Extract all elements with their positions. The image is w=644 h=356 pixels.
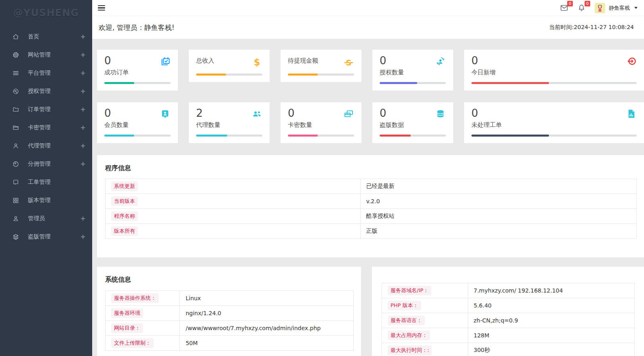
stat-label: 今日新增 — [471, 68, 637, 77]
stat-card-pirated-data: 0 盗版数据 — [372, 102, 453, 143]
sidebar-item-platform[interactable]: 平台管理 + — [0, 64, 92, 82]
sidebar-item-website[interactable]: 网站管理 + — [0, 46, 92, 64]
server-info-panel: 服务器域名/IP： 7.myhxzy.com/ 192.168.12.104 P… — [372, 267, 644, 356]
field-value: 128M — [468, 328, 635, 343]
sidebar-item-home[interactable]: 首页 + — [0, 27, 92, 46]
mail-button[interactable]: 0 — [560, 4, 568, 12]
sidebar-item-label: 代理管理 — [28, 142, 80, 150]
expand-plus-icon: + — [80, 142, 86, 150]
sidebar-item-label: 订单管理 — [28, 106, 80, 113]
sidebar-item-agents[interactable]: 代理管理 + — [0, 137, 92, 155]
stat-value: 0 — [104, 55, 111, 67]
field-value: v.2.0 — [360, 194, 636, 209]
folder-icon — [12, 124, 19, 131]
table-row: 当前版本 v.2.0 — [106, 194, 637, 209]
home-icon — [12, 33, 19, 40]
sidebar-item-card-keys[interactable]: 卡密管理 + — [0, 118, 92, 137]
field-value: 5.6.40 — [468, 298, 635, 313]
progress-bar — [380, 82, 446, 84]
signin-arrow-icon — [626, 56, 637, 67]
sidebar-item-label: 分佣管理 — [28, 160, 80, 168]
sidebar: @YUSHENG 首页 + 网站管理 + 平台管理 + 授权管理 + 订单管理 … — [0, 0, 92, 356]
stat-label: 待提现金额 — [288, 56, 318, 65]
layers-icon — [12, 233, 19, 240]
table-row: 程序名称 酷享授权站 — [106, 209, 637, 224]
stat-card-card-keys: 0 卡密数量 — [281, 102, 361, 143]
table-row: PHP 版本： 5.6.40 — [382, 298, 635, 313]
progress-bar — [196, 74, 262, 76]
table-row: 文件上传限制： 50M — [106, 336, 354, 351]
stat-value: 0 — [288, 107, 295, 119]
withdraw-dollar-icon: S — [343, 57, 354, 68]
expand-plus-icon: + — [80, 51, 86, 59]
field-label: 服务器操作系统： — [111, 293, 159, 303]
stat-label: 未处理工单 — [471, 121, 637, 129]
stat-label: 总收入 — [196, 56, 214, 65]
table-row: 服务器语言： zh-CN,zh;q=0.9 — [382, 313, 635, 328]
stat-card-total-income: 总收入 $ — [189, 50, 270, 82]
sidebar-item-orders[interactable]: 订单管理 + — [0, 100, 92, 118]
notifications-button[interactable]: 0 — [577, 4, 586, 12]
user-menu[interactable]: 静鱼客栈 — [595, 3, 638, 13]
calendar-check-icon — [160, 56, 171, 67]
welcome-bar: 欢迎, 管理员：静鱼客栈! 当前时间:2024-11-27 10:08:24 — [92, 16, 644, 39]
field-value: Linux — [180, 291, 354, 306]
sidebar-item-label: 授权管理 — [28, 88, 80, 95]
expand-plus-icon: + — [80, 215, 86, 222]
sidebar-item-versions[interactable]: 版本管理 — [0, 191, 92, 209]
sidebar-item-work-orders[interactable]: 工单管理 — [0, 173, 92, 191]
expand-plus-icon: + — [80, 124, 86, 131]
folder-icon — [12, 106, 19, 113]
expand-plus-icon: + — [80, 160, 86, 168]
field-label: 系统更新 — [111, 181, 138, 191]
sidebar-item-authorization[interactable]: 授权管理 + — [0, 82, 92, 100]
page-title: 欢迎, 管理员：静鱼客栈! — [99, 23, 175, 32]
users-icon — [251, 108, 262, 119]
agent-user-icon — [12, 142, 19, 150]
field-label: 网站目录： — [111, 323, 143, 333]
sidebar-item-administrators[interactable]: 管理员 + — [0, 209, 92, 228]
table-row: 服务器域名/IP： 7.myhxzy.com/ 192.168.12.104 — [382, 283, 635, 298]
field-value: /www/wwwroot/7.myhxzy.com/admin/index.ph… — [180, 321, 354, 336]
credit-cards-icon — [343, 108, 354, 119]
content: 0 成功订单 总收入 $ 待提现金额 — [92, 39, 644, 356]
stat-label: 成功订单 — [104, 68, 171, 77]
pie-chart-icon — [12, 160, 19, 168]
dollar-icon: $ — [251, 57, 262, 68]
expand-plus-icon: + — [80, 87, 86, 95]
bell-badge: 0 — [585, 1, 590, 6]
expand-plus-icon: + — [80, 105, 86, 113]
sidebar-item-commission[interactable]: 分佣管理 + — [0, 155, 92, 173]
stat-card-authorizations: 0 授权数量 — [372, 50, 453, 91]
admin-user-icon — [12, 215, 19, 222]
user-sync-icon — [435, 56, 446, 67]
stat-value: 0 — [471, 55, 478, 67]
field-label: 程序名称 — [111, 211, 138, 221]
progress-bar — [288, 74, 354, 76]
field-value: zh-CN,zh;q=0.9 — [468, 313, 635, 328]
progress-bar — [196, 135, 262, 137]
hamburger-menu-icon[interactable] — [98, 4, 105, 12]
database-icon — [435, 108, 446, 119]
sidebar-item-label: 版本管理 — [28, 197, 86, 204]
stat-card-pending-withdrawal: 待提现金额 S — [281, 50, 361, 82]
svg-text:$: $ — [254, 57, 260, 67]
sidebar-item-label: 网站管理 — [28, 51, 80, 59]
expand-plus-icon: + — [80, 69, 86, 77]
current-time: 当前时间:2024-11-27 10:08:24 — [549, 24, 634, 31]
stat-value: 0 — [471, 107, 478, 119]
program-info-panel: 程序信息 系统更新 已经是最新 当前版本 v.2.0 程序名称 酷享授权站 版本… — [97, 155, 644, 257]
table-row: 服务器环境 nginx/1.24.0 — [106, 306, 354, 321]
system-info-table-left: 服务器操作系统： Linux 服务器环境 nginx/1.24.0 网站目录： … — [105, 291, 354, 351]
sidebar-item-piracy[interactable]: 盗版管理 + — [0, 228, 92, 246]
field-label: PHP 版本： — [388, 301, 421, 310]
expand-plus-icon: + — [80, 33, 86, 40]
logo: @YUSHENG — [0, 0, 92, 27]
system-info-table-right: 服务器域名/IP： 7.myhxzy.com/ 192.168.12.104 P… — [382, 283, 635, 356]
stat-label: 卡密数量 — [288, 121, 354, 129]
sidebar-item-label: 盗版管理 — [28, 233, 80, 240]
system-info-title: 系统信息 — [105, 276, 354, 284]
username: 静鱼客栈 — [609, 4, 630, 12]
field-label: 文件上传限制： — [111, 338, 154, 348]
table-row: 服务器操作系统： Linux — [106, 291, 354, 306]
